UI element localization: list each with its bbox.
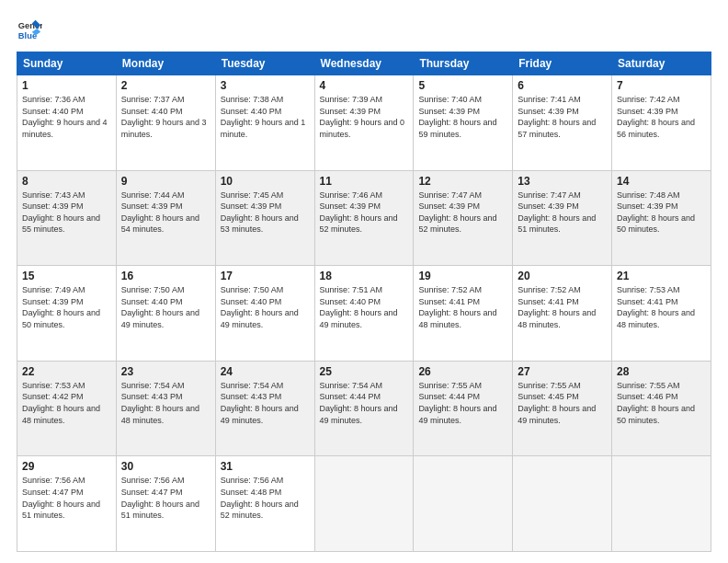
cell-info: Sunrise: 7:54 AMSunset: 4:44 PMDaylight:… bbox=[320, 381, 398, 425]
calendar-week-row: 22Sunrise: 7:53 AMSunset: 4:42 PMDayligh… bbox=[17, 361, 711, 456]
calendar-cell bbox=[414, 456, 513, 552]
day-number: 15 bbox=[22, 270, 111, 282]
calendar-cell: 30Sunrise: 7:56 AMSunset: 4:47 PMDayligh… bbox=[116, 456, 215, 552]
day-number: 10 bbox=[221, 175, 310, 188]
day-number: 25 bbox=[320, 365, 409, 378]
calendar-cell: 16Sunrise: 7:50 AMSunset: 4:40 PMDayligh… bbox=[116, 266, 215, 362]
day-number: 3 bbox=[221, 79, 310, 92]
calendar-cell: 22Sunrise: 7:53 AMSunset: 4:42 PMDayligh… bbox=[17, 361, 117, 456]
calendar-cell: 12Sunrise: 7:47 AMSunset: 4:39 PMDayligh… bbox=[414, 170, 513, 266]
calendar-cell: 11Sunrise: 7:46 AMSunset: 4:39 PMDayligh… bbox=[314, 170, 414, 266]
calendar-cell: 18Sunrise: 7:51 AMSunset: 4:40 PMDayligh… bbox=[314, 266, 414, 362]
cell-info: Sunrise: 7:55 AMSunset: 4:44 PMDaylight:… bbox=[418, 381, 496, 425]
calendar-cell: 7Sunrise: 7:42 AMSunset: 4:39 PMDaylight… bbox=[612, 75, 711, 171]
calendar-week-row: 29Sunrise: 7:56 AMSunset: 4:47 PMDayligh… bbox=[17, 456, 711, 552]
cell-info: Sunrise: 7:50 AMSunset: 4:40 PMDaylight:… bbox=[221, 285, 299, 329]
cell-info: Sunrise: 7:49 AMSunset: 4:39 PMDaylight:… bbox=[22, 285, 100, 329]
cell-info: Sunrise: 7:45 AMSunset: 4:39 PMDaylight:… bbox=[221, 190, 299, 235]
day-number: 29 bbox=[22, 460, 111, 473]
day-number: 9 bbox=[121, 175, 210, 188]
day-number: 20 bbox=[518, 270, 607, 282]
calendar-header-cell: Saturday bbox=[612, 52, 711, 75]
cell-info: Sunrise: 7:56 AMSunset: 4:48 PMDaylight:… bbox=[221, 476, 299, 520]
calendar-cell: 29Sunrise: 7:56 AMSunset: 4:47 PMDayligh… bbox=[17, 456, 117, 552]
day-number: 7 bbox=[617, 79, 706, 92]
day-number: 16 bbox=[121, 270, 210, 282]
day-number: 6 bbox=[518, 79, 607, 92]
cell-info: Sunrise: 7:48 AMSunset: 4:39 PMDaylight:… bbox=[617, 190, 695, 235]
cell-info: Sunrise: 7:43 AMSunset: 4:39 PMDaylight:… bbox=[22, 190, 100, 235]
cell-info: Sunrise: 7:53 AMSunset: 4:41 PMDaylight:… bbox=[617, 285, 695, 329]
cell-info: Sunrise: 7:39 AMSunset: 4:39 PMDaylight:… bbox=[320, 95, 405, 139]
cell-info: Sunrise: 7:36 AMSunset: 4:40 PMDaylight:… bbox=[22, 95, 108, 139]
calendar-cell bbox=[612, 456, 711, 552]
calendar-header-cell: Thursday bbox=[414, 52, 513, 75]
day-number: 26 bbox=[418, 365, 507, 378]
calendar-cell bbox=[513, 456, 612, 552]
calendar-cell: 21Sunrise: 7:53 AMSunset: 4:41 PMDayligh… bbox=[612, 266, 711, 362]
cell-info: Sunrise: 7:44 AMSunset: 4:39 PMDaylight:… bbox=[121, 190, 199, 235]
calendar-cell: 9Sunrise: 7:44 AMSunset: 4:39 PMDaylight… bbox=[116, 170, 215, 266]
day-number: 24 bbox=[221, 365, 310, 378]
cell-info: Sunrise: 7:46 AMSunset: 4:39 PMDaylight:… bbox=[320, 190, 398, 235]
calendar-header-cell: Sunday bbox=[17, 52, 117, 75]
logo: General Blue bbox=[17, 17, 46, 42]
calendar-cell: 17Sunrise: 7:50 AMSunset: 4:40 PMDayligh… bbox=[215, 266, 314, 362]
calendar-cell: 15Sunrise: 7:49 AMSunset: 4:39 PMDayligh… bbox=[17, 266, 117, 362]
calendar-cell bbox=[314, 456, 414, 552]
cell-info: Sunrise: 7:41 AMSunset: 4:39 PMDaylight:… bbox=[518, 95, 596, 139]
calendar-header-cell: Friday bbox=[513, 52, 612, 75]
day-number: 13 bbox=[518, 175, 607, 188]
cell-info: Sunrise: 7:56 AMSunset: 4:47 PMDaylight:… bbox=[22, 476, 100, 520]
calendar-week-row: 8Sunrise: 7:43 AMSunset: 4:39 PMDaylight… bbox=[17, 170, 711, 266]
calendar-cell: 24Sunrise: 7:54 AMSunset: 4:43 PMDayligh… bbox=[215, 361, 314, 456]
day-number: 22 bbox=[22, 365, 111, 378]
calendar-header-cell: Tuesday bbox=[215, 52, 314, 75]
calendar-header-row: SundayMondayTuesdayWednesdayThursdayFrid… bbox=[17, 52, 711, 75]
cell-info: Sunrise: 7:56 AMSunset: 4:47 PMDaylight:… bbox=[121, 476, 199, 520]
calendar-cell: 10Sunrise: 7:45 AMSunset: 4:39 PMDayligh… bbox=[215, 170, 314, 266]
day-number: 8 bbox=[22, 175, 111, 188]
day-number: 2 bbox=[121, 79, 210, 92]
day-number: 30 bbox=[121, 460, 210, 473]
day-number: 18 bbox=[320, 270, 409, 282]
calendar-cell: 26Sunrise: 7:55 AMSunset: 4:44 PMDayligh… bbox=[414, 361, 513, 456]
day-number: 11 bbox=[320, 175, 409, 188]
logo-icon: General Blue bbox=[17, 17, 42, 42]
calendar-cell: 31Sunrise: 7:56 AMSunset: 4:48 PMDayligh… bbox=[215, 456, 314, 552]
calendar-cell: 2Sunrise: 7:37 AMSunset: 4:40 PMDaylight… bbox=[116, 75, 215, 171]
day-number: 4 bbox=[320, 79, 409, 92]
header: General Blue bbox=[17, 17, 711, 42]
calendar-cell: 27Sunrise: 7:55 AMSunset: 4:45 PMDayligh… bbox=[513, 361, 612, 456]
cell-info: Sunrise: 7:53 AMSunset: 4:42 PMDaylight:… bbox=[22, 381, 100, 425]
day-number: 21 bbox=[617, 270, 706, 282]
calendar-cell: 28Sunrise: 7:55 AMSunset: 4:46 PMDayligh… bbox=[612, 361, 711, 456]
calendar-table: SundayMondayTuesdayWednesdayThursdayFrid… bbox=[17, 52, 711, 552]
calendar-header-cell: Wednesday bbox=[314, 52, 414, 75]
cell-info: Sunrise: 7:51 AMSunset: 4:40 PMDaylight:… bbox=[320, 285, 398, 329]
calendar-week-row: 15Sunrise: 7:49 AMSunset: 4:39 PMDayligh… bbox=[17, 266, 711, 362]
calendar-cell: 14Sunrise: 7:48 AMSunset: 4:39 PMDayligh… bbox=[612, 170, 711, 266]
calendar-cell: 6Sunrise: 7:41 AMSunset: 4:39 PMDaylight… bbox=[513, 75, 612, 171]
calendar-cell: 5Sunrise: 7:40 AMSunset: 4:39 PMDaylight… bbox=[414, 75, 513, 171]
cell-info: Sunrise: 7:55 AMSunset: 4:46 PMDaylight:… bbox=[617, 381, 695, 425]
cell-info: Sunrise: 7:40 AMSunset: 4:39 PMDaylight:… bbox=[418, 95, 496, 139]
day-number: 19 bbox=[418, 270, 507, 282]
calendar-cell: 25Sunrise: 7:54 AMSunset: 4:44 PMDayligh… bbox=[314, 361, 414, 456]
day-number: 23 bbox=[121, 365, 210, 378]
calendar-cell: 23Sunrise: 7:54 AMSunset: 4:43 PMDayligh… bbox=[116, 361, 215, 456]
cell-info: Sunrise: 7:54 AMSunset: 4:43 PMDaylight:… bbox=[121, 381, 199, 425]
cell-info: Sunrise: 7:42 AMSunset: 4:39 PMDaylight:… bbox=[617, 95, 695, 139]
page: General Blue SundayMondayTuesdayWednesda… bbox=[0, 0, 728, 563]
day-number: 12 bbox=[418, 175, 507, 188]
calendar-cell: 4Sunrise: 7:39 AMSunset: 4:39 PMDaylight… bbox=[314, 75, 414, 171]
cell-info: Sunrise: 7:47 AMSunset: 4:39 PMDaylight:… bbox=[518, 190, 596, 235]
cell-info: Sunrise: 7:52 AMSunset: 4:41 PMDaylight:… bbox=[518, 285, 596, 329]
day-number: 5 bbox=[418, 79, 507, 92]
calendar-cell: 20Sunrise: 7:52 AMSunset: 4:41 PMDayligh… bbox=[513, 266, 612, 362]
calendar-cell: 1Sunrise: 7:36 AMSunset: 4:40 PMDaylight… bbox=[17, 75, 117, 171]
day-number: 14 bbox=[617, 175, 706, 188]
day-number: 31 bbox=[221, 460, 310, 473]
cell-info: Sunrise: 7:38 AMSunset: 4:40 PMDaylight:… bbox=[221, 95, 306, 139]
day-number: 17 bbox=[221, 270, 310, 282]
